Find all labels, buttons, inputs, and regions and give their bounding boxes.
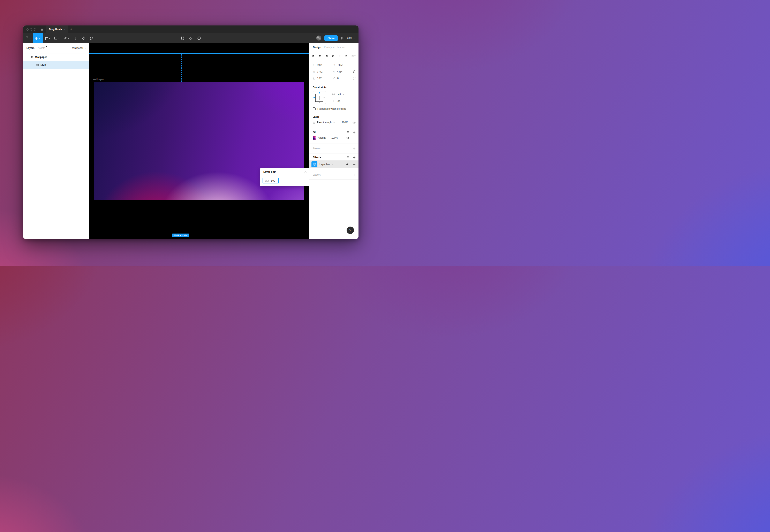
- canvas[interactable]: Wallpaper 7742 × 4354 Layer blur Blur 80…: [89, 43, 309, 239]
- properties-tabs: Design Prototype Inspect: [309, 43, 358, 52]
- remove-effect-icon[interactable]: [353, 163, 356, 166]
- avatar[interactable]: [316, 36, 321, 41]
- constraints-widget[interactable]: [313, 91, 326, 104]
- vertical-constraint-select[interactable]: Top: [332, 99, 344, 104]
- create-component-icon[interactable]: [189, 36, 193, 40]
- new-tab-button[interactable]: +: [70, 28, 72, 31]
- add-export-icon[interactable]: [353, 174, 356, 176]
- fix-position-checkbox[interactable]: [313, 107, 316, 110]
- canvas-frame-label[interactable]: Wallpaper: [93, 78, 104, 81]
- text-icon: [74, 37, 77, 40]
- share-button[interactable]: Share: [324, 35, 338, 41]
- chevron-down-icon: [353, 38, 355, 39]
- tab-assets[interactable]: Assets: [38, 47, 45, 50]
- close-icon[interactable]: [304, 171, 307, 173]
- fix-position-row[interactable]: Fix position when scrolling: [313, 107, 356, 110]
- distribute-menu-icon[interactable]: [351, 54, 356, 57]
- tab-title: Blog Posts: [49, 28, 62, 31]
- fill-gradient-swatch[interactable]: [313, 136, 316, 140]
- constraints-title: Constraints: [313, 86, 356, 89]
- align-bottom-icon[interactable]: [345, 54, 348, 57]
- tab-blog-posts[interactable]: Blog Posts ×: [46, 25, 68, 33]
- width-value: 7742: [317, 70, 323, 73]
- add-effect-icon[interactable]: [353, 156, 356, 159]
- zoom-window-button[interactable]: [34, 28, 36, 31]
- corner-radius-value: 0: [337, 77, 339, 80]
- text-tool[interactable]: [71, 33, 79, 43]
- align-horizontal-center-icon[interactable]: [318, 54, 321, 57]
- constraint-bottom[interactable]: [319, 102, 319, 103]
- fix-position-label: Fix position when scrolling: [317, 107, 346, 110]
- add-stroke-icon[interactable]: [353, 147, 356, 150]
- tab-design[interactable]: Design: [313, 46, 321, 49]
- tab-layers[interactable]: Layers: [27, 47, 35, 50]
- fill-title: Fill: [313, 131, 316, 134]
- fill-row[interactable]: Angular 100%: [313, 135, 356, 141]
- horizontal-constraint-select[interactable]: Left: [332, 92, 344, 97]
- horizontal-constraint-icon: [332, 93, 335, 96]
- eye-icon[interactable]: [346, 163, 349, 166]
- cursor-icon: [35, 36, 38, 40]
- effect-row-layer-blur[interactable]: Layer blur: [309, 160, 358, 168]
- chevron-down-icon: [333, 122, 335, 123]
- eye-icon[interactable]: [346, 137, 349, 139]
- fill-styles-icon[interactable]: [347, 131, 349, 134]
- constraint-top-active[interactable]: [319, 92, 320, 93]
- frame-layer-icon: [31, 56, 33, 59]
- y-field[interactable]: Y 3659: [333, 64, 354, 67]
- width-field[interactable]: W 7742: [313, 70, 333, 73]
- edit-object-icon[interactable]: [181, 36, 184, 40]
- eye-icon[interactable]: [353, 121, 356, 124]
- effect-name[interactable]: Layer blur: [319, 163, 330, 166]
- layer-opacity-value[interactable]: 100%: [342, 121, 348, 124]
- selection-edge-bottom: [89, 232, 309, 232]
- minimize-window-button[interactable]: [30, 28, 32, 31]
- tab-prototype[interactable]: Prototype: [324, 46, 334, 49]
- export-section: Export: [309, 170, 358, 180]
- zoom-control[interactable]: 20%: [347, 37, 355, 40]
- constraint-left-active[interactable]: [314, 97, 315, 98]
- height-value: 4354: [337, 70, 343, 73]
- help-button[interactable]: ?: [347, 227, 354, 234]
- alignment-row: [309, 52, 358, 60]
- align-right-icon[interactable]: [325, 54, 328, 57]
- shape-tool[interactable]: [52, 33, 62, 43]
- add-fill-icon[interactable]: [353, 131, 356, 134]
- chevron-down-icon: [343, 94, 344, 95]
- layer-row-wallpaper[interactable]: Wallpaper: [23, 53, 89, 61]
- layer-blur-effect-icon[interactable]: [311, 161, 317, 167]
- comment-tool[interactable]: [88, 33, 96, 43]
- frame-tool[interactable]: [43, 33, 52, 43]
- mask-icon[interactable]: [197, 36, 201, 40]
- fill-section: Fill Angular 100%: [309, 128, 358, 144]
- home-icon[interactable]: [40, 28, 44, 31]
- stroke-title: Stroke: [313, 147, 320, 150]
- tab-inspect[interactable]: Inspect: [337, 46, 345, 49]
- corner-radius-field[interactable]: 0: [333, 77, 353, 80]
- align-left-icon[interactable]: [312, 54, 315, 57]
- x-field[interactable]: X 5971: [313, 64, 333, 67]
- present-icon[interactable]: [341, 37, 344, 40]
- rotation-field[interactable]: 180°: [313, 77, 333, 80]
- remove-fill-icon[interactable]: [353, 137, 356, 139]
- effect-styles-icon[interactable]: [347, 156, 349, 159]
- layers-panel: Layers Assets Wallpaper Wallpaper: [23, 43, 89, 239]
- main-menu-button[interactable]: [23, 33, 33, 43]
- hand-tool[interactable]: [79, 33, 88, 43]
- fill-type[interactable]: Angular: [318, 136, 331, 139]
- layer-row-style-selected[interactable]: Style: [23, 61, 89, 69]
- tab-close-icon[interactable]: ×: [64, 28, 66, 31]
- pen-tool[interactable]: [62, 33, 71, 43]
- close-window-button[interactable]: [26, 28, 29, 31]
- move-tool-selected[interactable]: [33, 33, 43, 43]
- independent-corners-icon[interactable]: [353, 77, 356, 80]
- page-selector[interactable]: Wallpaper: [72, 47, 86, 50]
- constraint-right[interactable]: [324, 98, 325, 98]
- align-vertical-center-icon[interactable]: [338, 54, 341, 57]
- blur-value-input[interactable]: Blur 800: [263, 178, 279, 183]
- blend-mode-select[interactable]: Pass through: [317, 121, 332, 124]
- height-field[interactable]: H 4354: [333, 70, 353, 73]
- constrain-proportions-icon[interactable]: [353, 70, 356, 73]
- align-top-icon[interactable]: [332, 54, 334, 57]
- fill-opacity-value[interactable]: 100%: [331, 136, 338, 139]
